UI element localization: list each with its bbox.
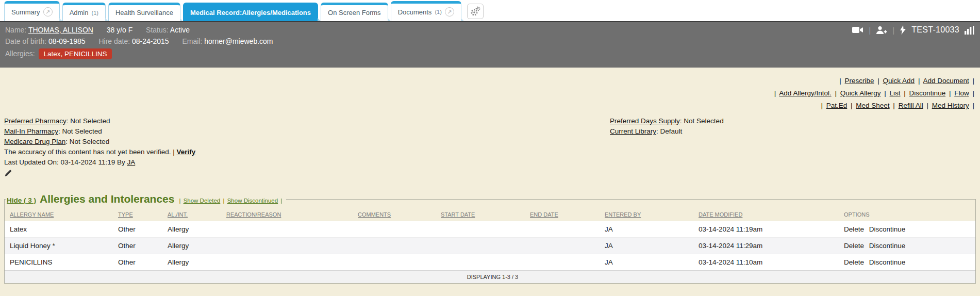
delete-link[interactable]: Delete — [844, 258, 864, 266]
preferred-days-supply-link[interactable]: Preferred Days Supply — [610, 117, 680, 125]
cell-al-int: Allergy — [163, 221, 222, 238]
pipe-separator: | — [774, 89, 776, 97]
cell-type: Other — [114, 221, 163, 238]
cell-entered-by: JA — [601, 221, 694, 238]
patient-header-icons: | | TEST-10033 — [852, 25, 975, 35]
med-history-link[interactable]: Med History — [932, 102, 969, 109]
preferred-pharmacy-row: Preferred Pharmacy: Not Selected — [4, 116, 976, 126]
tab-health-surveillance[interactable]: Health Surveillance — [108, 3, 180, 21]
settings-button[interactable] — [467, 4, 484, 19]
action-links-row1: | Prescribe | Quick Add | Add Document | — [4, 75, 976, 87]
colon: : — [656, 127, 658, 135]
pipe-separator: | — [280, 198, 282, 204]
pipe-separator: | — [893, 102, 895, 109]
quick-add-link[interactable]: Quick Add — [883, 77, 915, 85]
cell-allergy-name: PENICILLINS — [5, 254, 114, 271]
verify-link[interactable]: Verify — [176, 148, 195, 156]
status-value: Active — [170, 26, 190, 34]
show-deleted-link[interactable]: Show Deleted — [184, 198, 221, 204]
sort-start-date[interactable]: START DATE — [441, 211, 475, 218]
colon: : — [58, 127, 60, 135]
cell-start-date — [437, 254, 526, 271]
add-allergy-intol-link[interactable]: Add Allergy/Intol. — [779, 89, 831, 97]
video-camera-icon[interactable] — [852, 26, 863, 34]
current-library-link[interactable]: Current Library — [610, 127, 656, 135]
popout-icon[interactable]: ↗ — [43, 7, 53, 17]
sort-end-date[interactable]: END DATE — [530, 211, 558, 218]
delete-link[interactable]: Delete — [844, 242, 864, 250]
tab-documents[interactable]: Documents (1) ↗ — [391, 1, 461, 21]
hire-date-label: Hire date: — [98, 37, 130, 45]
pat-ed-link[interactable]: Pat.Ed — [826, 102, 848, 109]
patient-name-link[interactable]: THOMAS, ALLISON — [28, 26, 93, 34]
medicare-drug-plan-link[interactable]: Medicare Drug Plan — [4, 138, 65, 145]
tab-medical-record-allergies-medications[interactable]: Medical Record:Allergies/Medications — [183, 3, 318, 21]
delete-link[interactable]: Delete — [844, 225, 864, 233]
sort-al-int[interactable]: AL./INT. — [168, 211, 188, 218]
quick-allergy-link[interactable]: Quick Allergy — [840, 89, 881, 97]
cell-entered-by: JA — [601, 238, 694, 254]
table-row[interactable]: PENICILLINS Other Allergy JA 03-14-2024 … — [5, 254, 975, 271]
cell-options: Delete Discontinue — [840, 254, 975, 271]
hide-section-link[interactable]: Hide ( 3 ) — [7, 196, 36, 204]
discontinue-link[interactable]: Discontinue — [869, 225, 906, 233]
last-updated-by-link[interactable]: JA — [127, 158, 135, 166]
lightning-icon[interactable] — [900, 25, 906, 35]
sort-comments[interactable]: COMMENTS — [358, 211, 391, 218]
add-person-icon[interactable] — [876, 26, 887, 35]
pencil-icon[interactable] — [4, 169, 12, 176]
cell-end-date — [526, 254, 601, 271]
patient-name-row: Name: THOMAS, ALLISON 38 y/o F Status: A… — [5, 24, 975, 36]
table-header-row: ALLERGY NAME TYPE AL./INT. REACTION/REAS… — [5, 208, 975, 221]
table-row[interactable]: Liquid Honey * Other Allergy JA 03-14-20… — [5, 238, 975, 254]
patient-details-row: Date of birth: 08-09-1985 Hire date: 08-… — [5, 36, 975, 47]
cell-comments — [354, 238, 437, 254]
sort-type[interactable]: TYPE — [118, 211, 133, 218]
tab-summary[interactable]: Summary ↗ — [4, 1, 60, 21]
cell-reaction — [222, 238, 354, 254]
mail-in-pharmacy-link[interactable]: Mail-In Pharmacy — [4, 127, 58, 135]
pipe-separator: | — [904, 89, 906, 97]
sort-allergy-name[interactable]: ALLERGY NAME — [10, 211, 54, 218]
pipe-separator: | — [173, 148, 175, 156]
pipe-separator: | — [972, 89, 974, 97]
email-label: Email: — [182, 37, 202, 45]
show-discontinued-link[interactable]: Show Discontinued — [227, 198, 278, 204]
allergies-badge[interactable]: Latex, PENICILLINS — [39, 48, 111, 59]
discontinue-link[interactable]: Discontinue — [909, 89, 946, 97]
colon: : — [67, 117, 69, 125]
popout-icon[interactable]: ↗ — [445, 7, 454, 17]
sort-entered-by[interactable]: ENTERED BY — [605, 211, 641, 218]
pipe-separator: | — [972, 102, 974, 109]
table-row[interactable]: Latex Other Allergy JA 03-14-2024 11:19a… — [5, 221, 975, 238]
add-document-link[interactable]: Add Document — [923, 77, 969, 85]
options-header: OPTIONS — [844, 211, 870, 218]
gears-icon — [470, 6, 480, 17]
preferred-pharmacy-link[interactable]: Preferred Pharmacy — [4, 117, 67, 125]
cell-options: Delete Discontinue — [840, 238, 975, 254]
bar-chart-icon[interactable] — [965, 26, 975, 35]
mail-in-pharmacy-row: Mail-In Pharmacy: Not Selected — [4, 126, 976, 137]
med-sheet-link[interactable]: Med Sheet — [856, 102, 889, 109]
discontinue-link[interactable]: Discontinue — [869, 242, 906, 250]
tab-on-screen-forms[interactable]: On Screen Forms — [321, 3, 388, 21]
cell-end-date — [526, 238, 601, 254]
sort-date-modified[interactable]: DATE MODIFIED — [699, 211, 742, 218]
tab-bar: Summary ↗ Admin (1) Health Surveillance … — [0, 0, 980, 21]
tab-admin[interactable]: Admin (1) — [62, 3, 106, 21]
pipe-separator: | — [972, 77, 974, 85]
sort-reaction-reason[interactable]: REACTION/REASON — [226, 211, 281, 218]
name-label: Name: — [5, 26, 26, 34]
patient-id: TEST-10033 — [911, 25, 959, 35]
cell-entered-by: JA — [601, 254, 694, 271]
discontinue-link[interactable]: Discontinue — [869, 258, 906, 266]
allergies-section-legend: Hide ( 3 ) Allergies and Intolerances | … — [6, 193, 286, 205]
section-filter-links: | Show Deleted | Show Discontinued | — [178, 198, 283, 204]
refill-all-link[interactable]: Refill All — [899, 102, 923, 109]
tab-admin-label: Admin — [70, 9, 89, 17]
flow-link[interactable]: Flow — [954, 89, 969, 97]
email-value: horner@mieweb.com — [204, 37, 273, 45]
prescribe-link[interactable]: Prescribe — [844, 77, 874, 85]
list-link[interactable]: List — [890, 89, 901, 97]
patient-age-sex: 38 y/o F — [107, 26, 133, 34]
